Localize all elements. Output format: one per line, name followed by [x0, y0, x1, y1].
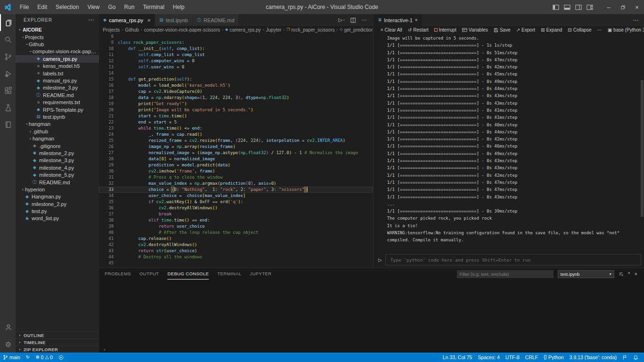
- code-line-34[interactable]: 34 user_choice = choice[max_value_index]: [99, 193, 372, 199]
- activitybar-item-accounts[interactable]: [0, 319, 16, 336]
- breadcrumb-item-rock-paper-scissors[interactable]: ❒rock_paper_scissors: [287, 27, 335, 33]
- activitybar-item-testing[interactable]: [0, 99, 16, 116]
- tree-file-manual-rps-py[interactable]: ◆manual_rps.py: [16, 77, 99, 84]
- status-notifications[interactable]: [630, 353, 641, 362]
- breadcrumb-item-jupyter[interactable]: Jupyter: [266, 27, 281, 33]
- code-line-24[interactable]: 24 _, frame = cap.read(): [99, 132, 372, 138]
- activitybar-item-search[interactable]: [0, 31, 16, 48]
- tree-folder-projects[interactable]: ›Projects: [16, 33, 99, 41]
- code-line-15[interactable]: 15 def get_prediction(self):: [99, 76, 372, 82]
- toggle-panel-icon[interactable]: [564, 4, 570, 10]
- activitybar-item-source-control[interactable]: [0, 48, 16, 65]
- activitybar-item-settings[interactable]: ⚙: [0, 336, 16, 353]
- tree-file-rps-template-py[interactable]: ◆RPS-Template.py: [16, 106, 99, 113]
- code-line-22[interactable]: 22 end = start + 5: [99, 119, 372, 125]
- menu-file[interactable]: File: [16, 0, 33, 14]
- tree-file-camera-rps-py[interactable]: ◆camera_rps.py: [16, 55, 99, 62]
- status-language-mode[interactable]: {}Python: [541, 353, 566, 362]
- code-line-33[interactable]: 33 choice = {0: "Nothing", 1: "rock", 2:…: [99, 187, 372, 193]
- tree-file-word-list-py[interactable]: ◆word_list.py: [16, 215, 99, 222]
- maximize-panel-icon[interactable]: ^: [628, 272, 630, 277]
- sidebar-section-zip-explorer[interactable]: ›ZIP EXPLORER: [16, 346, 99, 353]
- status-feedback[interactable]: [619, 353, 630, 362]
- tree-file-milestone-3-py[interactable]: ◆milestone_3.py: [16, 157, 99, 164]
- code-line-23[interactable]: 23 while time.time() <= end:: [99, 125, 372, 132]
- tree-file-milestone-5-py[interactable]: ◆milestone_5.py: [16, 171, 99, 178]
- code-line-21[interactable]: 21 start = time.time(): [99, 113, 372, 119]
- panel-tab-output[interactable]: OUTPUT: [140, 268, 159, 280]
- code-line-17[interactable]: 17 cap = cv2.VideoCapture(0): [99, 89, 372, 95]
- breadcrumb-item-github[interactable]: Github: [125, 27, 139, 33]
- toggle-secondary-sidebar-icon[interactable]: [575, 4, 582, 10]
- tree-file-test-py[interactable]: ◆test.py: [16, 207, 99, 214]
- status-cursor-position[interactable]: Ln 33, Col 75: [440, 353, 475, 362]
- code-line-16[interactable]: 16 model = load_model('keras_model.h5'): [99, 82, 372, 89]
- run-code-icon[interactable]: ▷: [377, 257, 383, 263]
- activitybar-item-explorer[interactable]: [0, 14, 16, 31]
- menu-go[interactable]: Go: [104, 0, 120, 14]
- code-line-14[interactable]: 14: [99, 70, 372, 76]
- workspace-section-aicore[interactable]: › AICORE: [16, 25, 99, 33]
- tree-file-test-ipynb[interactable]: ▤test.ipynb: [16, 113, 99, 120]
- tab-readme-md[interactable]: ⓘREADME.md: [193, 14, 239, 26]
- status-eol[interactable]: CRLF: [522, 353, 541, 362]
- status-branch[interactable]: main: [0, 353, 23, 362]
- code-line-40[interactable]: 40 # After the loop release the cap obje…: [99, 230, 372, 236]
- interactive-more-actions[interactable]: ⋯: [633, 14, 644, 26]
- code-line-27[interactable]: 27 normalized_image = (image_np.astype(n…: [99, 150, 372, 156]
- code-line-42[interactable]: 42 cv2.destroyAllWindows(): [99, 242, 372, 248]
- menu-run[interactable]: Run: [120, 0, 139, 14]
- toolbar-clear-all-button[interactable]: ×Clear All: [378, 27, 405, 33]
- code-line-28[interactable]: 28 data[0] = normalized_image: [99, 156, 372, 162]
- close-icon[interactable]: ×: [415, 17, 418, 23]
- tree-file-readme-md[interactable]: ⓘREADME.md: [16, 179, 99, 186]
- toolbar-expand-button[interactable]: ⊞Expand: [538, 27, 565, 33]
- tree-file--gitignore[interactable]: ◈.gitignore: [16, 142, 99, 149]
- code-line-43[interactable]: 43 return str(user_choice): [99, 248, 372, 254]
- status-encoding[interactable]: UTF-8: [503, 353, 522, 362]
- code-line-39[interactable]: 39 return user_choice: [99, 223, 372, 230]
- filter-input[interactable]: [457, 270, 553, 278]
- code-line-12[interactable]: 12 self.computer_wins = 0: [99, 58, 372, 64]
- code-line-45[interactable]: 45: [99, 260, 372, 266]
- breadcrumb-item-get-prediction[interactable]: ◇get_prediction: [340, 27, 372, 33]
- tree-file-milestone-4-py[interactable]: ◆milestone_4.py: [16, 164, 99, 171]
- tree-file-hangman-py[interactable]: ◆Hangman.py: [16, 193, 99, 200]
- tree-file-requirements-txt[interactable]: ≡requirements.txt: [16, 99, 99, 106]
- tree-folder-computer-vision-rock-paper-scissors[interactable]: ›computer-vision-rock-paper-scissors: [16, 48, 99, 55]
- tree-file-readme-md[interactable]: ⓘREADME.md: [16, 91, 99, 99]
- breadcrumb-item-computer-vision-rock-paper-scissors[interactable]: computer-vision-rock-paper-scissors: [144, 27, 220, 33]
- code-line-35[interactable]: 35 if cv2.waitKey(1) & 0xFF == ord('q'):: [99, 199, 372, 205]
- menu-help[interactable]: Help: [169, 0, 189, 14]
- breadcrumb-item-camera-rps-py[interactable]: ◆camera_rps.py: [225, 27, 261, 33]
- interactive-code-input[interactable]: [385, 254, 641, 265]
- code-line-20[interactable]: 20 print("Image will be captured in 5 se…: [99, 107, 372, 113]
- tree-folder--github[interactable]: ›.github: [16, 128, 99, 135]
- toolbar-collapse-button[interactable]: ⊟Collapse: [565, 27, 594, 33]
- code-line-18[interactable]: 18 data = np.ndarray(shape=(1, 224, 224,…: [99, 95, 372, 101]
- menu-selection[interactable]: Selection: [51, 0, 83, 14]
- code-line-37[interactable]: 37 break: [99, 211, 372, 217]
- tree-folder-hyperion[interactable]: ›hyperion: [16, 186, 99, 193]
- code-line-11[interactable]: 11 self.comp_list = comp_list: [99, 52, 372, 58]
- tab-camera-rps-py[interactable]: ◆camera_rps.py×: [99, 14, 155, 26]
- activitybar-item-notebooks[interactable]: [0, 116, 16, 133]
- code-line-8[interactable]: 8: [99, 33, 372, 40]
- status-problems[interactable]: ⊗0△0: [33, 353, 56, 362]
- status-indentation[interactable]: Spaces: 4: [475, 353, 503, 362]
- clear-console-icon[interactable]: [619, 272, 624, 277]
- toolbar-restart-button[interactable]: ↺Restart: [405, 27, 431, 33]
- status-sync[interactable]: ↻: [23, 353, 33, 362]
- tree-folder-github[interactable]: ›Github: [16, 41, 99, 48]
- tree-file-labels-txt[interactable]: ≡labels.txt: [16, 70, 99, 77]
- interactive-scrollbar[interactable]: [641, 80, 644, 217]
- tree-file-milestone-2-py[interactable]: ◆milestone_2.py: [16, 149, 99, 156]
- code-line-13[interactable]: 13 self.user_wins = 0: [99, 64, 372, 70]
- code-line-31[interactable]: 31 # Press q to close the window: [99, 174, 372, 181]
- activitybar-item-extensions[interactable]: [0, 82, 16, 99]
- code-line-38[interactable]: 38 elif time.time() == end:: [99, 217, 372, 223]
- tab-test-ipynb[interactable]: ▤test.ipynb: [155, 14, 193, 26]
- code-line-19[interactable]: 19 print("Get ready!"): [99, 101, 372, 107]
- tab-interactive-1[interactable]: ≣ Interactive-1 ×: [374, 14, 422, 26]
- close-tab-icon[interactable]: ×: [148, 17, 150, 23]
